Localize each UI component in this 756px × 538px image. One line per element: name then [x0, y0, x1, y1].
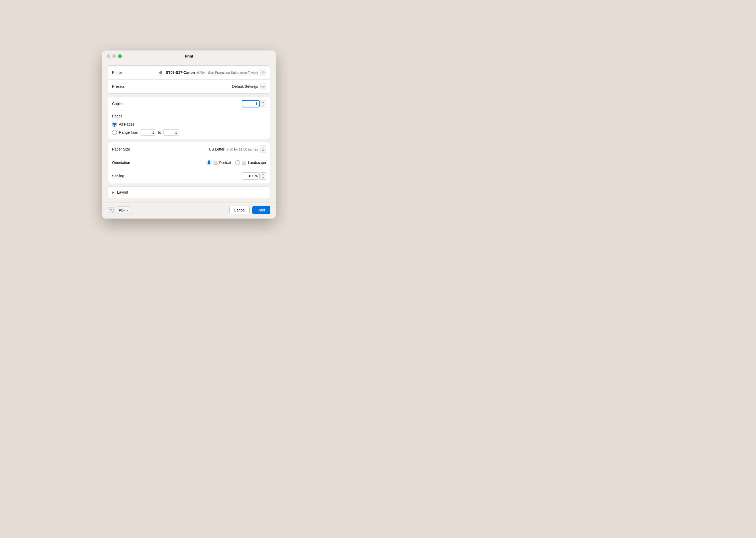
- all-pages-label: All Pages: [119, 122, 134, 126]
- pages-section: Pages All Pages Range from 1 to 1: [108, 111, 270, 139]
- footer-right: Cancel Print: [229, 206, 270, 214]
- footer-left: ? PDF ▾: [108, 206, 131, 214]
- pdf-label: PDF: [119, 208, 126, 212]
- presets-stepper[interactable]: ▲ ▼: [260, 83, 266, 90]
- scaling-group: 100% ▲ ▼: [242, 172, 266, 180]
- presets-value: Default Settings: [232, 84, 258, 88]
- scaling-row: Scaling 100% ▲ ▼: [108, 169, 270, 183]
- scaling-stepper[interactable]: ▲ ▼: [260, 172, 266, 180]
- presets-stepper-up[interactable]: ▲: [260, 83, 266, 87]
- window-controls: [107, 54, 122, 58]
- landscape-option: ⬜ Landscape: [235, 160, 266, 165]
- range-to-input[interactable]: 1: [163, 129, 179, 135]
- printer-stepper[interactable]: ▲ ▼: [260, 69, 266, 76]
- paper-size-dim: 8.50 by 11.00 inches: [226, 147, 258, 151]
- printer-stepper-up[interactable]: ▲: [260, 69, 266, 73]
- portrait-icon: ⬜: [213, 160, 217, 165]
- print-button[interactable]: Print: [252, 206, 270, 214]
- printer-presets-card: Printer 🖨 ST08-S17-Canon (USA - San Fran…: [108, 65, 270, 93]
- window-title: Print: [185, 54, 193, 58]
- copies-input[interactable]: 1: [242, 100, 260, 107]
- layout-card: ▶ Layout: [108, 186, 270, 198]
- paper-size-stepper-up[interactable]: ▲: [260, 146, 266, 149]
- copies-stepper-up[interactable]: ▲: [260, 100, 266, 104]
- range-radio[interactable]: [112, 130, 117, 135]
- orientation-label: Orientation: [112, 161, 144, 165]
- all-pages-radio[interactable]: [112, 122, 117, 127]
- portrait-option: ⬜ Portrait: [207, 160, 231, 165]
- footer: ? PDF ▾ Cancel Print: [102, 202, 276, 219]
- copies-label: Copies: [112, 102, 144, 106]
- range-from-label: Range from: [119, 130, 138, 134]
- orientation-options: ⬜ Portrait ⬜ Landscape: [207, 160, 266, 165]
- landscape-radio[interactable]: [235, 160, 240, 165]
- copies-row: Copies 1 ▲ ▼: [108, 97, 270, 111]
- presets-stepper-down[interactable]: ▼: [260, 87, 266, 90]
- print-dialog: Print Printer 🖨 ST08-S17-Canon (USA - Sa…: [102, 50, 276, 219]
- copies-stepper-down[interactable]: ▼: [260, 104, 266, 107]
- landscape-label: Landscape: [248, 161, 266, 165]
- layout-row[interactable]: ▶ Layout: [108, 187, 270, 198]
- printer-value-container: 🖨 ST08-S17-Canon (USA - San Francisco Sa…: [144, 69, 266, 76]
- paper-orientation-card: Paper Size US Letter 8.50 by 11.00 inche…: [108, 142, 270, 183]
- copies-pages-card: Copies 1 ▲ ▼ Pages: [108, 97, 270, 139]
- presets-label: Presets: [112, 84, 144, 88]
- help-button[interactable]: ?: [108, 207, 114, 213]
- printer-stepper-down[interactable]: ▼: [260, 73, 266, 76]
- layout-arrow-icon: ▶: [112, 190, 115, 194]
- dialog-content: Printer 🖨 ST08-S17-Canon (USA - San Fran…: [102, 61, 276, 202]
- scaling-label: Scaling: [112, 174, 144, 178]
- paper-size-stepper[interactable]: ▲ ▼: [260, 145, 266, 153]
- copies-value-container: 1 ▲ ▼: [144, 100, 266, 107]
- minimize-button[interactable]: [112, 54, 116, 58]
- scaling-value-container: 100% ▲ ▼: [144, 172, 266, 180]
- orientation-value-container: ⬜ Portrait ⬜ Landscape: [144, 160, 266, 165]
- titlebar: Print: [102, 50, 276, 61]
- cancel-button[interactable]: Cancel: [229, 206, 250, 214]
- orientation-row: Orientation ⬜ Portrait ⬜ Landscape: [108, 156, 270, 169]
- range-row: Range from 1 to 1: [112, 129, 266, 135]
- paper-size-row: Paper Size US Letter 8.50 by 11.00 inche…: [108, 142, 270, 156]
- scaling-stepper-up[interactable]: ▲: [260, 173, 266, 176]
- presets-row: Presets Default Settings ▲ ▼: [108, 79, 270, 93]
- copies-group: 1 ▲ ▼: [242, 100, 266, 107]
- paper-size-name: US Letter: [209, 147, 224, 151]
- paper-size-info: US Letter 8.50 by 11.00 inches ▲ ▼: [209, 145, 266, 153]
- layout-label: Layout: [117, 190, 128, 194]
- printer-info: 🖨 ST08-S17-Canon (USA - San Francisco Sa…: [158, 69, 266, 76]
- printer-name: ST08-S17-Canon: [165, 71, 195, 75]
- paper-size-value-container: US Letter 8.50 by 11.00 inches ▲ ▼: [144, 145, 266, 153]
- scaling-stepper-down[interactable]: ▼: [260, 176, 266, 180]
- portrait-label: Portrait: [219, 161, 231, 165]
- scaling-input[interactable]: 100%: [242, 172, 260, 180]
- paper-size-label: Paper Size: [112, 147, 144, 151]
- maximize-button[interactable]: [118, 54, 122, 58]
- presets-group: Default Settings ▲ ▼: [232, 83, 266, 90]
- presets-value-container: Default Settings ▲ ▼: [144, 83, 266, 90]
- printer-icon: 🖨: [158, 70, 164, 75]
- range-from-input[interactable]: 1: [140, 129, 156, 135]
- pdf-button[interactable]: PDF ▾: [116, 206, 131, 214]
- portrait-radio[interactable]: [207, 160, 211, 165]
- close-button[interactable]: [107, 54, 110, 58]
- printer-location: (USA - San Francisco Salesforce Tower): [197, 71, 258, 75]
- pdf-chevron-icon: ▾: [127, 209, 128, 212]
- copies-stepper[interactable]: ▲ ▼: [260, 100, 266, 107]
- landscape-icon: ⬜: [242, 160, 246, 165]
- all-pages-row: All Pages: [112, 122, 266, 127]
- range-to-label: to: [158, 130, 161, 134]
- printer-label: Printer: [112, 71, 144, 75]
- printer-row: Printer 🖨 ST08-S17-Canon (USA - San Fran…: [108, 66, 270, 79]
- pages-label: Pages: [112, 114, 266, 118]
- paper-size-stepper-down[interactable]: ▼: [260, 149, 266, 153]
